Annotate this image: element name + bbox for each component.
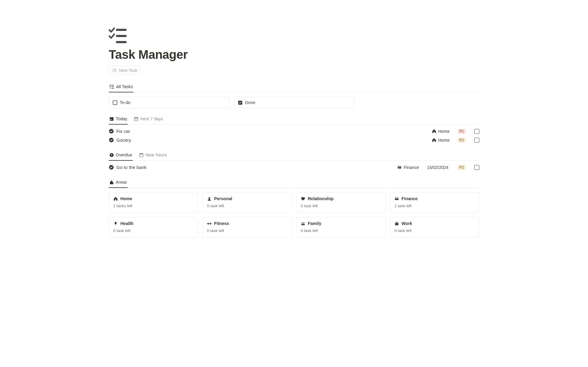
checklist-logo-icon <box>109 28 479 44</box>
area-card-finance[interactable]: Finance1 task left <box>390 192 479 213</box>
task-checkbox[interactable] <box>474 165 479 170</box>
home-icon <box>432 129 436 133</box>
svg-rect-39 <box>395 198 399 199</box>
priority-tag: P2 <box>458 165 466 170</box>
svg-rect-36 <box>112 182 113 184</box>
finance-icon <box>394 197 399 201</box>
tab-areas[interactable]: Areas <box>109 178 128 188</box>
area-card-title: Health <box>120 221 134 226</box>
area-card-title: Personal <box>214 196 232 201</box>
svg-rect-14 <box>111 119 111 120</box>
svg-point-47 <box>303 222 305 223</box>
task-row[interactable]: Fix carHomeP1 <box>109 127 479 136</box>
area-card-subtitle: 0 task left <box>207 228 287 233</box>
svg-rect-25 <box>111 154 112 155</box>
status-card-done[interactable]: Done <box>234 97 355 108</box>
task-area-label: Finance <box>404 165 419 170</box>
svg-point-37 <box>209 197 210 199</box>
area-card-home[interactable]: Home2 tasks left <box>109 192 198 213</box>
check-circle-icon <box>109 165 114 170</box>
area-card-health[interactable]: Health0 task left <box>109 217 198 238</box>
svg-rect-6 <box>111 88 114 89</box>
area-card-subtitle: 0 task left <box>301 228 381 233</box>
svg-rect-43 <box>209 223 210 224</box>
list-check-icon <box>109 84 114 89</box>
task-area-tag[interactable]: Finance <box>397 165 419 170</box>
overdue-task-list: Go to the bankFinance15/02/2024P2 <box>109 163 479 172</box>
area-card-personal[interactable]: Personal0 task left <box>202 192 292 213</box>
page-title: Task Manager <box>109 48 479 62</box>
today-task-list: Fix carHomeP1GoceryHomeP2 <box>109 126 479 144</box>
calendar-day-icon <box>109 117 114 121</box>
new-task-button[interactable]: New Task <box>109 66 141 75</box>
area-card-relationship[interactable]: Relationship0 task left <box>296 192 386 213</box>
area-card-subtitle: 0 task left <box>207 204 287 208</box>
health-icon <box>113 221 118 226</box>
tab-today[interactable]: Today <box>109 114 128 125</box>
tab-near-future[interactable]: Near future <box>138 150 168 161</box>
task-checkbox[interactable] <box>474 138 479 143</box>
status-todo-label: To-do <box>120 100 130 105</box>
area-card-title: Fitness <box>214 221 229 226</box>
tab-overdue[interactable]: Overdue <box>109 150 133 161</box>
main-tabs: All Tasks <box>109 82 479 92</box>
task-area-label: Home <box>438 129 450 134</box>
task-checkbox[interactable] <box>474 129 479 134</box>
svg-rect-19 <box>135 119 135 120</box>
relationship-icon <box>301 197 305 201</box>
work-icon <box>394 221 399 226</box>
svg-rect-30 <box>142 153 143 154</box>
svg-rect-13 <box>112 117 113 118</box>
svg-point-26 <box>111 155 112 156</box>
today-tabs: Today Next 7 days <box>109 114 479 125</box>
calendar-week-icon <box>134 117 138 121</box>
svg-rect-20 <box>136 119 137 120</box>
areas-tabs: Areas <box>109 177 479 188</box>
task-area-tag[interactable]: Home <box>432 138 450 143</box>
square-check-icon <box>238 100 243 105</box>
svg-rect-45 <box>211 223 211 224</box>
svg-rect-29 <box>140 153 141 154</box>
svg-rect-50 <box>395 224 398 224</box>
task-name: Fix car <box>116 129 130 134</box>
check-circle-icon <box>112 68 117 73</box>
areas-grid: Home2 tasks leftPersonal0 task leftRelat… <box>109 192 479 238</box>
svg-rect-2 <box>116 41 126 43</box>
tab-all-tasks[interactable]: All Tasks <box>109 82 134 92</box>
svg-rect-41 <box>207 223 208 224</box>
svg-rect-12 <box>110 117 111 118</box>
svg-rect-32 <box>398 166 401 169</box>
svg-rect-33 <box>398 167 401 167</box>
area-card-subtitle: 2 tasks left <box>113 204 194 208</box>
svg-rect-17 <box>135 117 135 118</box>
svg-rect-42 <box>208 223 209 225</box>
calendar-icon <box>139 153 144 157</box>
area-card-subtitle: 0 task left <box>301 204 381 208</box>
check-circle-icon <box>109 137 114 143</box>
area-card-subtitle: 1 task left <box>394 204 475 208</box>
svg-point-7 <box>110 88 111 88</box>
tab-areas-label: Areas <box>116 180 127 185</box>
task-area-label: Home <box>438 138 450 143</box>
svg-rect-35 <box>111 181 112 184</box>
task-row[interactable]: GoceryHomeP2 <box>109 136 479 144</box>
building-icon <box>109 180 114 185</box>
tab-near-future-label: Near future <box>145 152 167 157</box>
svg-rect-8 <box>113 101 117 105</box>
svg-rect-40 <box>115 221 116 222</box>
task-area-tag[interactable]: Home <box>432 129 450 134</box>
status-card-todo[interactable]: To-do <box>109 97 230 108</box>
tab-today-label: Today <box>116 116 127 121</box>
area-card-family[interactable]: Family0 task left <box>296 217 386 238</box>
task-row[interactable]: Go to the bankFinance15/02/2024P2 <box>109 163 479 172</box>
area-card-title: Finance <box>401 196 418 201</box>
exclamation-circle-icon <box>109 153 114 157</box>
overdue-tabs: Overdue Near future <box>109 150 479 161</box>
area-card-work[interactable]: Work0 task left <box>390 217 479 238</box>
tab-next-7-days[interactable]: Next 7 days <box>133 114 164 125</box>
check-circle-icon <box>109 129 114 134</box>
area-card-title: Home <box>120 196 132 201</box>
task-name: Gocery <box>116 137 131 143</box>
area-card-fitness[interactable]: Fitness0 task left <box>202 217 292 238</box>
area-card-subtitle: 0 task left <box>394 228 475 233</box>
